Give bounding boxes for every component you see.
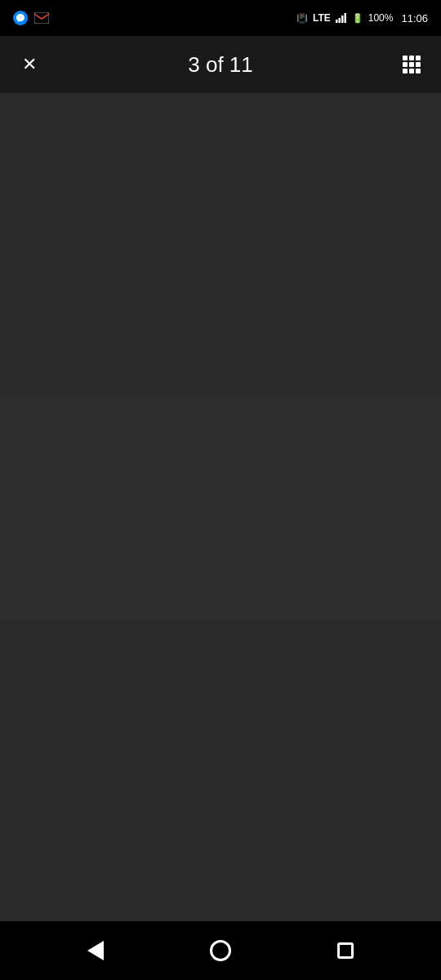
svg-rect-1 [34,12,49,24]
home-icon [210,940,231,961]
status-bar: 📳 LTE 🔋 100% 11:06 [0,0,441,36]
grid-view-button[interactable] [395,48,428,81]
status-bar-left [13,11,49,25]
vibrate-icon: 📳 [296,13,308,24]
top-dark-area [0,394,441,621]
status-bar-right: 📳 LTE 🔋 100% 11:06 [296,12,428,24]
recents-icon [337,942,354,959]
svg-rect-3 [338,18,341,23]
gmail-icon [34,12,49,24]
svg-rect-2 [336,20,338,23]
back-button[interactable] [78,933,114,969]
recents-button[interactable] [327,933,363,969]
close-button[interactable]: ✕ [13,48,46,81]
photo-viewer: Legal information Report diagnostic info… [0,93,441,921]
battery-level: 🔋 [352,13,363,24]
svg-rect-5 [344,13,346,23]
signal-icon [336,13,347,23]
photo-counter: 3 of 11 [188,52,253,78]
messenger-icon [13,11,28,25]
svg-rect-4 [341,16,344,23]
status-time: 11:06 [401,12,428,24]
lte-label: LTE [313,12,331,24]
navigation-bar [0,921,441,980]
close-icon: ✕ [22,56,37,74]
action-bar: ✕ 3 of 11 [0,36,441,93]
home-button[interactable] [203,933,238,969]
grid-icon [403,56,421,74]
back-icon [87,941,104,960]
battery-percent: 100% [368,12,394,24]
